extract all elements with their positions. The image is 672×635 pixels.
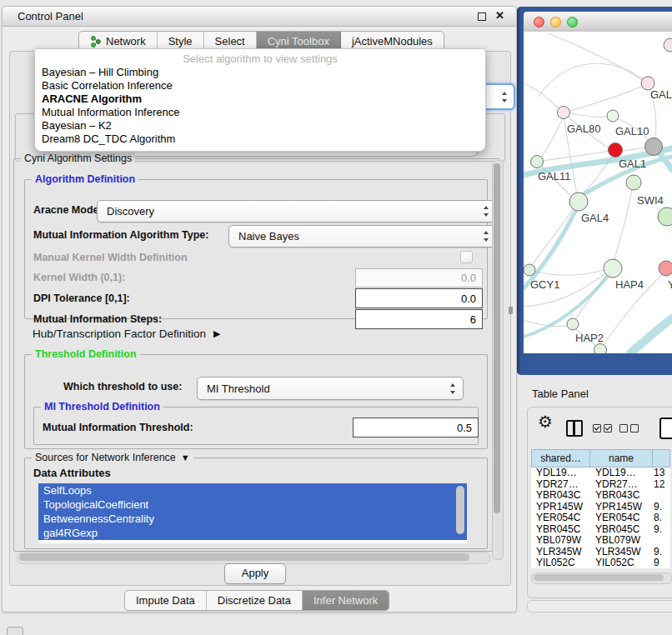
network-view-window: GAL80 GAL10 GAL1 GAL11 GAL4 SWI4 GCY1 HA… [517,7,672,375]
node-gal4[interactable] [569,192,588,211]
node-gal80[interactable] [558,107,570,119]
kernel-width-field[interactable]: 0.0 [355,268,483,288]
dropdown-item[interactable]: Bayesian – K2 [35,119,485,132]
column-header-shared[interactable]: shared… [531,449,590,468]
mi-threshold-definition-title: MI Threshold Definition [41,401,163,412]
node-y[interactable] [659,261,672,276]
network-window-titlebar[interactable] [524,12,672,32]
node-label: GAL [650,88,672,101]
network-canvas[interactable]: GAL80 GAL10 GAL1 GAL11 GAL4 SWI4 GCY1 HA… [524,32,672,353]
node-label: GAL80 [567,122,600,135]
node-gcy1[interactable] [524,264,535,276]
cell: 9. [654,547,670,558]
node-label: SWI4 [637,194,664,207]
dpi-tolerance-field[interactable]: 0.0 [355,288,483,308]
tab-infer-network[interactable]: Infer Network [303,591,389,610]
table-row[interactable]: YDL19…YDL19…13 [531,468,670,479]
node-hap2[interactable] [567,318,579,330]
select-all-columns-icon[interactable] [593,424,612,432]
node-gal11[interactable] [531,156,544,168]
list-item[interactable]: gal4RGexp [38,526,467,540]
table-panel-titlebar[interactable]: Table Panel [524,383,672,405]
cell: YIL052C [590,558,654,568]
manual-kernel-checkbox[interactable] [460,251,473,263]
table-row[interactable]: YBR045CYBR045C9. [531,524,670,536]
stepper-arrows-icon [483,206,490,217]
cell: 8. [654,512,670,524]
dropdown-item-selected[interactable]: ARACNE Algorithm [35,92,485,106]
table-row[interactable]: YBR043CYBR043C [531,490,670,502]
minimize-button[interactable] [550,17,561,28]
float-icon[interactable] [478,12,486,21]
table-row[interactable]: YER054CYER054C8. [531,512,670,524]
chevron-right-icon[interactable]: ▶ [213,328,220,339]
hub-tf-label: Hub/Transcription Factor Definition [33,328,206,340]
node-unlabeled-green[interactable] [626,175,641,190]
mi-steps-field[interactable]: 6 [355,309,483,329]
tab-impute-data[interactable]: Impute Data [125,591,207,610]
network-graph[interactable]: GAL80 GAL10 GAL1 GAL11 GAL4 SWI4 GCY1 HA… [524,32,672,353]
node-gal1[interactable] [609,143,623,158]
stepper-arrows-icon [483,231,490,242]
zoom-button[interactable] [567,17,578,28]
aracne-mode-label: Aracne Mode: [33,204,103,216]
aracne-mode-select[interactable]: Discovery [97,200,497,222]
cell: YBR043C [531,490,590,502]
settings-horizontal-scrollbar[interactable] [17,552,490,564]
table-row[interactable]: YDR27…YDR27…12 [531,479,670,491]
settings-vertical-scrollbar[interactable] [492,160,504,560]
list-item[interactable]: SelfLoops [38,483,467,498]
close-icon[interactable]: ✕ [495,9,504,22]
list-scrollbar[interactable] [456,486,464,534]
apply-button[interactable]: Apply [224,563,286,584]
bottom-left-partial-button[interactable] [7,627,23,635]
table-row[interactable]: YPR145WYPR145W9. [531,502,670,513]
column-header-cut[interactable] [652,449,670,468]
hub-tf-section-header[interactable]: Hub/Transcription Factor Definition ▶ [33,328,221,340]
control-panel-titlebar[interactable]: Control Panel ✕ [3,7,516,27]
dropdown-item[interactable]: Dream8 DC_TDC Algorithm [35,132,485,146]
mi-type-select[interactable]: Naive Bayes [228,225,497,248]
list-item[interactable]: BetweennessCentrality [38,512,467,526]
data-attributes-list[interactable]: SelfLoops TopologicalCoefficient Between… [38,483,467,543]
node-hap4[interactable] [604,259,622,278]
table-row[interactable]: YIL052CYIL052C9 [531,558,670,568]
list-item[interactable]: TopologicalCoefficient [38,498,467,512]
dropdown-item[interactable]: Bayesian – Hill Climbing [35,66,485,79]
mi-type-value: Naive Bayes [238,230,299,242]
node-label: HAP4 [615,278,644,291]
control-panel-window: Control Panel ✕ Network Style Select Cyn… [2,6,517,612]
gear-icon[interactable]: ⚙ [538,412,553,432]
node-unlabeled-bottom[interactable] [594,344,607,354]
stepper-arrows-icon [449,383,457,394]
deselect-all-columns-icon[interactable] [619,424,639,432]
scrollbar-thumb[interactable] [494,163,500,513]
dropdown-item[interactable]: Basic Correlation Inference [35,79,485,92]
scrollbar-thumb[interactable] [19,553,469,561]
data-attributes-label: Data Attributes [33,467,111,479]
column-header-name[interactable]: name [589,449,653,468]
table-body[interactable]: YDL19…YDL19…13 YDR27…YDR27…12 YBR043CYBR… [531,468,670,568]
close-button[interactable] [534,17,544,28]
panel-splitter-handle[interactable] [509,307,513,314]
table-row[interactable]: YBL079WYBL079W [531,535,670,547]
dropdown-item[interactable]: Mutual Information Inference [35,106,485,119]
node-unlabeled-pink[interactable] [664,38,672,52]
tab-discretize-data[interactable]: Discretize Data [207,591,303,610]
sources-group-title-wrap: Sources for Network Inference ▼ [32,452,193,463]
unchecked-checkbox-icon [630,424,639,432]
table-horizontal-scrollbar[interactable] [531,572,672,584]
table-row[interactable]: YLR345WYLR345W9. [531,547,670,558]
which-threshold-select[interactable]: MI Threshold [197,377,464,400]
algorithm-definition-title: Algorithm Definition [32,173,138,185]
node-swi4[interactable] [658,208,672,226]
cell: YPR145W [590,502,654,513]
new-table-icon[interactable] [659,418,672,439]
scrollbar-thumb[interactable] [534,574,664,581]
columns-icon[interactable] [566,420,583,437]
node-gal10[interactable] [607,110,619,122]
mi-threshold-field[interactable]: 0.5 [353,418,479,438]
chevron-down-icon[interactable]: ▼ [181,452,190,462]
node-unlabeled-gray[interactable] [645,138,663,156]
cell: 13 [654,468,670,479]
